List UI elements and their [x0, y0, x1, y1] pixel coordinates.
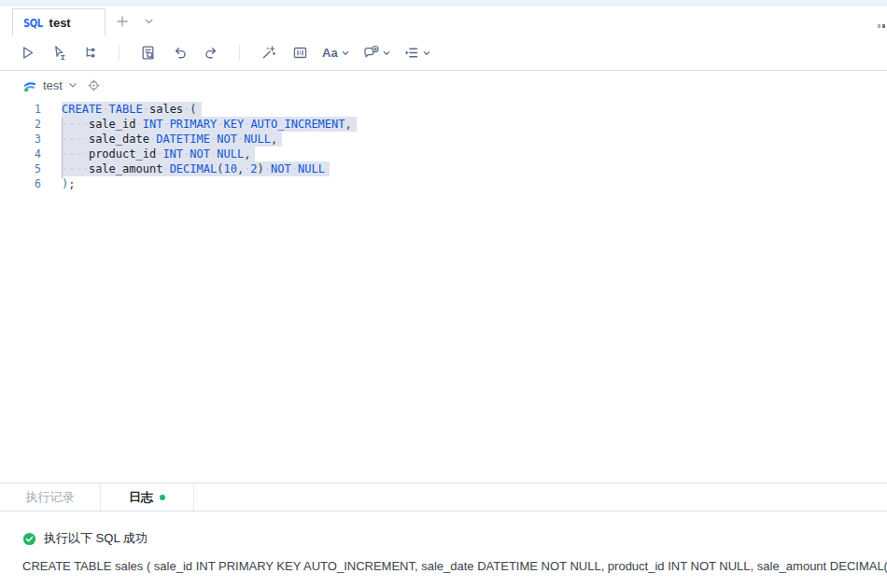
- sql-file-icon: SQL: [23, 16, 43, 29]
- log-executed-sql: CREATE TABLE sales ( sale_id INT PRIMARY…: [22, 559, 865, 573]
- tab-execution-history[interactable]: 执行记录: [0, 483, 101, 511]
- execution-plan-icon: [83, 45, 99, 61]
- caret-down-icon: [423, 50, 430, 56]
- locate-target-icon: [87, 78, 101, 92]
- tab-label: test: [49, 16, 71, 30]
- code-line: 6);: [0, 176, 887, 191]
- comment-plus-button[interactable]: [360, 42, 392, 64]
- code-line: 5····sale_amount·DECIMAL(10,·2)·NOT·NULL: [0, 161, 887, 176]
- caret-down-icon: [383, 50, 390, 56]
- code-line-text: ····sale_id·INT·PRIMARY·KEY·AUTO_INCREME…: [62, 117, 357, 132]
- code-line: 4····product_id·INT·NOT·NULL,: [0, 147, 887, 161]
- sql-code-editor[interactable]: 1CREATE·TABLE·sales·(2····sale_id·INT·PR…: [0, 100, 887, 483]
- font-case-button[interactable]: Aa: [320, 42, 351, 64]
- editor-toolbar: Aa: [0, 35, 887, 71]
- tab-actions: [114, 7, 156, 35]
- tab-sql-test[interactable]: SQL test: [12, 8, 106, 35]
- line-number: 5: [0, 161, 41, 176]
- window-top-strip: [0, 0, 887, 7]
- log-status-row: 执行以下 SQL 成功: [22, 530, 865, 547]
- editor-tab-bar: SQL test: [0, 7, 887, 35]
- plus-icon: [116, 15, 129, 28]
- redo-button[interactable]: [200, 42, 222, 64]
- undo-button[interactable]: [168, 42, 190, 64]
- run-icon: [20, 45, 35, 61]
- code-line-text: ····sale_date·DATETIME·NOT·NULL,: [62, 132, 282, 147]
- toolbar-separator: [119, 45, 120, 61]
- code-line-text: CREATE·TABLE·sales·(: [62, 102, 202, 117]
- indent-icon: [403, 45, 419, 61]
- undo-icon: [172, 45, 188, 61]
- log-panel: 执行以下 SQL 成功 CREATE TABLE sales ( sale_id…: [0, 511, 887, 573]
- chevron-down-icon: [144, 18, 154, 25]
- doc-search-icon: [140, 45, 156, 61]
- caret-down-icon: [342, 50, 349, 56]
- cursor-run-icon: [51, 45, 67, 61]
- toolbar-separator: [239, 45, 240, 61]
- code-lines: 1CREATE·TABLE·sales·(2····sale_id·INT·PR…: [0, 102, 887, 191]
- chevron-down-icon: [68, 82, 77, 89]
- line-number: 3: [0, 132, 41, 147]
- code-line: 2····sale_id·INT·PRIMARY·KEY·AUTO_INCREM…: [0, 117, 887, 132]
- app-window: SQL test Aa test: [0, 0, 887, 573]
- log-status-message: 执行以下 SQL 成功: [44, 530, 148, 547]
- tab-execution-history-label: 执行记录: [26, 489, 75, 506]
- log-activity-dot: [160, 495, 165, 500]
- connection-breadcrumb: test: [0, 71, 887, 100]
- database-connection-icon: [22, 78, 37, 93]
- magic-wand-icon: [260, 45, 276, 61]
- indent-button[interactable]: [401, 42, 432, 64]
- locate-in-tree-button[interactable]: [87, 78, 101, 92]
- code-line-text: ····product_id·INT·NOT·NULL,: [62, 147, 255, 161]
- execution-plan-button[interactable]: [79, 42, 102, 64]
- connection-dropdown-button[interactable]: [68, 82, 77, 89]
- one-to-one-button[interactable]: [289, 42, 311, 64]
- line-number: 1: [0, 102, 41, 117]
- bottom-panel-tabs: 执行记录 日志: [0, 483, 887, 511]
- tab-log[interactable]: 日志: [101, 483, 194, 511]
- indent-guide: [62, 119, 63, 178]
- cursor-run-button[interactable]: [48, 42, 70, 64]
- one-to-one-icon: [292, 45, 308, 61]
- line-number: 2: [0, 117, 41, 132]
- doc-search-button[interactable]: [136, 42, 159, 64]
- connection-name-label[interactable]: test: [43, 78, 63, 92]
- tab-list-dropdown-button[interactable]: [142, 16, 156, 27]
- redo-icon: [204, 45, 219, 61]
- comment-plus-icon: [362, 45, 379, 61]
- run-button[interactable]: [16, 42, 38, 64]
- code-line-text: );: [62, 176, 75, 191]
- tab-overflow-more-icon[interactable]: [878, 24, 885, 28]
- new-tab-button[interactable]: [114, 13, 131, 30]
- tab-log-label: 日志: [129, 489, 153, 506]
- code-line: 3····sale_date·DATETIME·NOT·NULL,: [0, 132, 887, 147]
- code-line-text: ····sale_amount·DECIMAL(10,·2)·NOT·NULL: [62, 161, 330, 176]
- line-number: 6: [0, 176, 41, 191]
- code-line: 1CREATE·TABLE·sales·(: [0, 102, 887, 117]
- font-case-icon: Aa: [322, 46, 338, 60]
- line-number: 4: [0, 147, 41, 161]
- magic-wand-button[interactable]: [257, 42, 279, 64]
- success-check-icon: [22, 532, 36, 546]
